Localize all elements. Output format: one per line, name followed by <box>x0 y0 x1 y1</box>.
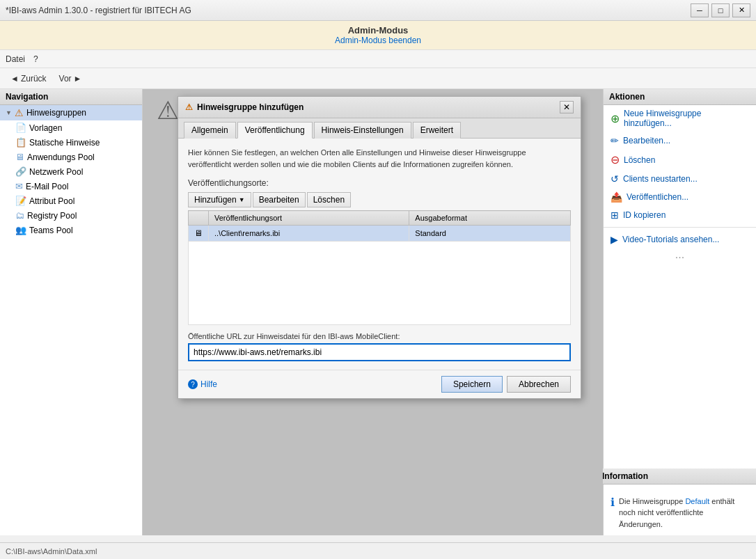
sidebar-item-label: Anwendungs Pool <box>27 152 95 162</box>
cancel-button[interactable]: Abbrechen <box>507 376 571 393</box>
action-clients-label: Clients neustarten... <box>623 174 698 184</box>
forward-button[interactable]: Vor ► <box>54 72 87 86</box>
action-separator <box>604 227 756 228</box>
navigation-sidebar: Navigation ▼ ⚠ Hinweisgruppen 📄 Vorlagen… <box>0 89 143 535</box>
info-text: Die Hinweisgruppe Default enthält noch n… <box>619 496 749 530</box>
tab-allgemein[interactable]: Allgemein <box>184 122 236 139</box>
email-icon: ✉ <box>15 181 23 191</box>
dialog-footer: ? Hilfe Speichern Abbrechen <box>178 370 581 398</box>
info-section: Information ℹ Die Hinweisgruppe Default … <box>604 473 756 536</box>
sidebar-item-label: Teams Pool <box>29 226 73 235</box>
dropdown-arrow-icon: ▼ <box>239 196 245 203</box>
action-veroeffentlichen[interactable]: 📤 Veröffentlichen... <box>604 188 756 206</box>
attribut-icon: 📝 <box>15 196 26 206</box>
dialog-title-icon: ⚠ <box>185 102 193 112</box>
titlebar-controls: ─ □ ✕ <box>691 3 750 17</box>
tab-hinweis-einstellungen[interactable]: Hinweis-Einstellungen <box>314 122 411 139</box>
help-link[interactable]: ? Hilfe <box>188 379 217 389</box>
dialog-title-text: Hinweisgruppe hinzufügen <box>197 102 304 112</box>
sidebar-item-label: Attribut Pool <box>29 196 74 206</box>
back-arrow-icon: ◄ <box>10 74 19 84</box>
vorlagen-icon: 📄 <box>15 123 26 133</box>
col-ort-header: Veröffentlichungsort <box>209 211 409 226</box>
url-input[interactable] <box>188 343 571 361</box>
sidebar-item-teams[interactable]: 👥 Teams Pool <box>0 223 142 237</box>
sidebar-item-statische[interactable]: 📋 Statische Hinweise <box>0 135 142 150</box>
info-header: Information <box>597 469 756 485</box>
info-icon: ℹ <box>611 496 615 509</box>
publication-table: Veröffentlichungsort Ausgabeformat 🖥 ..\… <box>188 210 571 325</box>
action-id-kopieren[interactable]: ⊞ ID kopieren <box>604 206 756 224</box>
netzwerk-icon: 🔗 <box>15 166 26 177</box>
hinzufuegen-label: Hinzufügen <box>194 195 237 205</box>
info-default-link[interactable]: Default <box>685 497 709 505</box>
action-veroeffentlichen-label: Veröffentlichen... <box>627 192 688 202</box>
status-path: C:\IBI-aws\Admin\Data.xml <box>6 547 97 556</box>
registry-icon: 🗂 <box>15 210 24 221</box>
maximize-button[interactable]: □ <box>711 3 730 17</box>
action-id-kopieren-label: ID kopieren <box>623 210 666 220</box>
minimize-button[interactable]: ─ <box>691 3 709 17</box>
sidebar-item-attribut[interactable]: 📝 Attribut Pool <box>0 194 142 208</box>
neue-icon: ⊕ <box>611 112 620 125</box>
sidebar-item-label: Hinweisgruppen <box>26 108 86 118</box>
tab-veroeffentlichung[interactable]: Veröffentlichung <box>237 122 313 139</box>
sidebar-item-vorlagen[interactable]: 📄 Vorlagen <box>0 120 142 135</box>
action-loeschen-label: Löschen <box>624 155 655 165</box>
more-dots[interactable]: ··· <box>604 249 756 267</box>
info-content: ℹ Die Hinweisgruppe Default enthält noch… <box>604 490 756 536</box>
hinzufuegen-button[interactable]: Hinzufügen ▼ <box>188 192 251 207</box>
action-loeschen[interactable]: ⊖ Löschen <box>604 150 756 170</box>
menubar: Datei ? <box>0 50 756 68</box>
action-tutorials-label: Video-Tutorials ansehen... <box>622 235 719 244</box>
loeschen-button[interactable]: Löschen <box>307 192 351 207</box>
bearbeiten-icon: ✏ <box>611 135 619 146</box>
sidebar-item-label: Statische Hinweise <box>29 138 100 148</box>
sidebar-item-netzwerk[interactable]: 🔗 Netzwerk Pool <box>0 164 142 179</box>
sidebar-item-email[interactable]: ✉ E-Mail Pool <box>0 179 142 194</box>
forward-label: Vor <box>59 74 72 84</box>
dialog: ⚠ Hinweisgruppe hinzufügen ✕ Allgemein V… <box>178 96 581 399</box>
admin-mode-link[interactable]: Admin-Modus beenden <box>4 36 752 45</box>
sidebar-item-label: E-Mail Pool <box>26 182 68 191</box>
row-icon: 🖥 <box>194 228 203 238</box>
row-ort-cell: ..\Client\remarks.ibi <box>209 226 409 242</box>
menu-datei[interactable]: Datei <box>6 54 25 64</box>
veroeffentlichen-icon: 📤 <box>611 191 622 203</box>
sidebar-item-registry[interactable]: 🗂 Registry Pool <box>0 208 142 223</box>
tutorials-icon: ▶ <box>611 234 618 245</box>
action-tutorials[interactable]: ▶ Video-Tutorials ansehen... <box>604 230 756 249</box>
dialog-content: Hier können Sie festlegen, an welchen Or… <box>178 139 581 370</box>
admin-mode-title: Admin-Modus <box>4 25 752 36</box>
sidebar-item-hinweisgruppen[interactable]: ▼ ⚠ Hinweisgruppen <box>0 105 142 120</box>
menu-help[interactable]: ? <box>33 54 38 64</box>
action-neue[interactable]: ⊕ Neue Hinweisgruppe hinzufügen... <box>604 105 756 132</box>
forward-arrow-icon: ► <box>74 74 82 84</box>
id-kopieren-icon: ⊞ <box>611 210 619 221</box>
bearbeiten-button[interactable]: Bearbeiten <box>253 192 306 207</box>
statusbar: C:\IBI-aws\Admin\Data.xml <box>0 542 756 559</box>
dialog-close-button[interactable]: ✕ <box>560 101 574 113</box>
help-icon: ? <box>188 379 198 389</box>
toolbar: ◄ Zurück Vor ► <box>0 68 756 89</box>
back-button[interactable]: ◄ Zurück <box>6 72 52 86</box>
clients-icon: ↺ <box>611 173 619 184</box>
sidebar-item-anwendungs[interactable]: 🖥 Anwendungs Pool <box>0 150 142 164</box>
action-bearbeiten[interactable]: ✏ Bearbeiten... <box>604 132 756 150</box>
row-icon-cell: 🖥 <box>189 226 209 242</box>
action-bearbeiten-label: Bearbeiten... <box>623 136 670 145</box>
action-clients[interactable]: ↺ Clients neustarten... <box>604 170 756 188</box>
dialog-tabs: Allgemein Veröffentlichung Hinweis-Einst… <box>178 118 581 139</box>
sidebar-item-label: Registry Pool <box>27 211 77 221</box>
url-label: Öffentliche URL zur Hinweisdatei für den… <box>188 332 571 340</box>
tab-erweitert[interactable]: Erweitert <box>413 122 461 139</box>
help-label: Hilfe <box>200 379 217 389</box>
actions-header: Aktionen <box>604 89 756 105</box>
navigation-header: Navigation <box>0 89 142 105</box>
section-label: Veröffentlichungsorte: <box>188 178 571 188</box>
table-row[interactable]: 🖥 ..\Client\remarks.ibi Standard <box>189 226 571 242</box>
close-button[interactable]: ✕ <box>732 3 750 17</box>
table-toolbar: Hinzufügen ▼ Bearbeiten Löschen <box>188 192 571 207</box>
save-button[interactable]: Speichern <box>441 376 503 393</box>
footer-buttons: Speichern Abbrechen <box>441 376 571 393</box>
